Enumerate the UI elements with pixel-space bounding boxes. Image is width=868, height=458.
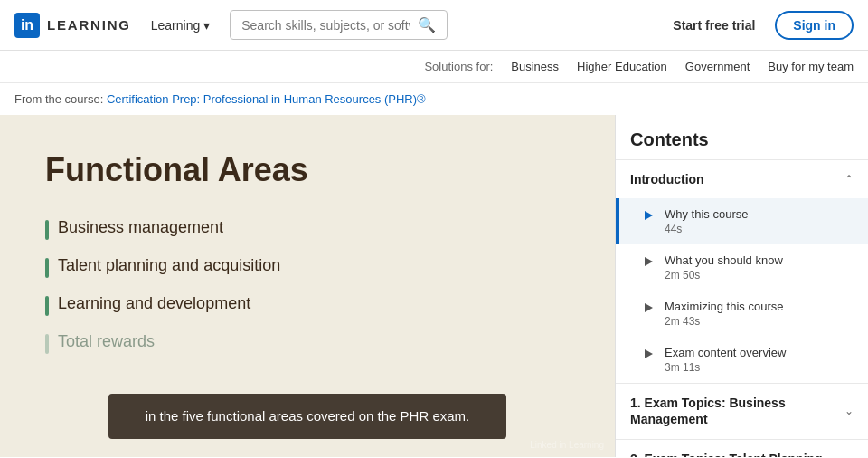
- signin-button[interactable]: Sign in: [775, 11, 854, 40]
- breadcrumb-course-link[interactable]: Certification Prep: Professional in Huma…: [107, 92, 426, 106]
- lesson-name: Exam content overview: [665, 346, 786, 359]
- lesson-duration: 3m 11s: [665, 361, 786, 374]
- section-exam-talent[interactable]: 2. Exam Topics: Talent Planning and Acqu…: [616, 439, 868, 457]
- video-panel: Functional Areas Business management Tal…: [0, 115, 615, 457]
- slide-item-text: Learning and development: [58, 294, 250, 313]
- play-icon: [641, 208, 656, 223]
- lesson-name: Why this course: [665, 207, 748, 221]
- list-item: Total rewards: [45, 332, 570, 354]
- slide-bar-icon: [45, 296, 49, 316]
- lesson-name: What you should know: [665, 253, 783, 267]
- search-input[interactable]: [241, 18, 410, 33]
- chevron-up-icon: ⌃: [844, 173, 854, 186]
- header: in LEARNING Learning ▾ 🔍 Start free tria…: [0, 0, 868, 51]
- caption-text: in the five functional areas covered on …: [146, 408, 470, 424]
- linkedin-logo: in LEARNING: [14, 13, 131, 38]
- slide-item-text: Total rewards: [58, 332, 155, 351]
- learning-brand-label: LEARNING: [47, 17, 131, 33]
- section-exam-business-label: 1. Exam Topics: Business Management: [630, 395, 844, 427]
- list-item: Talent planning and acquisition: [45, 256, 570, 278]
- search-icon: 🔍: [418, 17, 436, 33]
- lesson-duration: 2m 43s: [665, 315, 784, 328]
- sidebar-title: Contents: [616, 115, 868, 159]
- start-trial-button[interactable]: Start free trial: [664, 13, 764, 38]
- play-icon: [641, 301, 656, 315]
- caption-box: in the five functional areas covered on …: [108, 394, 506, 440]
- search-bar: 🔍: [230, 10, 448, 40]
- watermark: Linked in Learning: [530, 440, 604, 450]
- lesson-why-this-course[interactable]: Why this course 44s: [616, 198, 868, 244]
- play-icon: [641, 347, 656, 361]
- nav-dropdown-label: Learning: [151, 18, 201, 33]
- subnav-business[interactable]: Business: [511, 60, 559, 73]
- slide-bar-icon: [45, 220, 49, 240]
- learning-nav-dropdown[interactable]: Learning ▾: [142, 13, 220, 38]
- breadcrumb: From the course: Certification Prep: Pro…: [0, 83, 868, 115]
- solutions-label: Solutions for:: [424, 60, 493, 73]
- list-item: Business management: [45, 218, 570, 240]
- chevron-down-icon: ▾: [203, 18, 210, 33]
- lesson-what-you-should-know[interactable]: What you should know 2m 50s: [616, 244, 868, 291]
- slide-item-text: Business management: [58, 218, 223, 237]
- slide-item-text: Talent planning and acquisition: [58, 256, 280, 275]
- lesson-name: Maximizing this course: [665, 300, 784, 313]
- section-exam-business[interactable]: 1. Exam Topics: Business Management ⌄: [616, 383, 868, 438]
- slide-title: Functional Areas: [45, 151, 570, 189]
- subnav-higher-education[interactable]: Higher Education: [577, 60, 667, 73]
- section-introduction[interactable]: Introduction ⌃: [616, 159, 868, 198]
- play-icon: [641, 254, 656, 269]
- subnav: Solutions for: Business Higher Education…: [0, 51, 868, 83]
- section-exam-talent-label: 2. Exam Topics: Talent Planning and Acqu…: [630, 451, 844, 457]
- lesson-duration: 44s: [665, 223, 748, 235]
- lesson-duration: 2m 50s: [665, 269, 783, 281]
- sidebar: Contents Introduction ⌃ Why this course …: [615, 115, 868, 457]
- breadcrumb-prefix: From the course:: [14, 92, 103, 106]
- search-button[interactable]: 🔍: [418, 16, 436, 33]
- main-layout: Functional Areas Business management Tal…: [0, 115, 868, 457]
- list-item: Learning and development: [45, 294, 570, 316]
- slide-bar-icon: [45, 334, 49, 354]
- slide-bar-icon: [45, 258, 49, 278]
- lesson-maximizing-this-course[interactable]: Maximizing this course 2m 43s: [616, 291, 868, 337]
- slide-content: Functional Areas Business management Tal…: [0, 115, 615, 406]
- chevron-down-icon: ⌄: [844, 405, 854, 417]
- subnav-buy-for-team[interactable]: Buy for my team: [768, 60, 854, 73]
- slide-list: Business management Talent planning and …: [45, 218, 570, 354]
- linkedin-icon: in: [14, 13, 40, 38]
- subnav-government[interactable]: Government: [685, 60, 750, 73]
- section-introduction-label: Introduction: [630, 171, 844, 187]
- lesson-exam-content-overview[interactable]: Exam content overview 3m 11s: [616, 337, 868, 383]
